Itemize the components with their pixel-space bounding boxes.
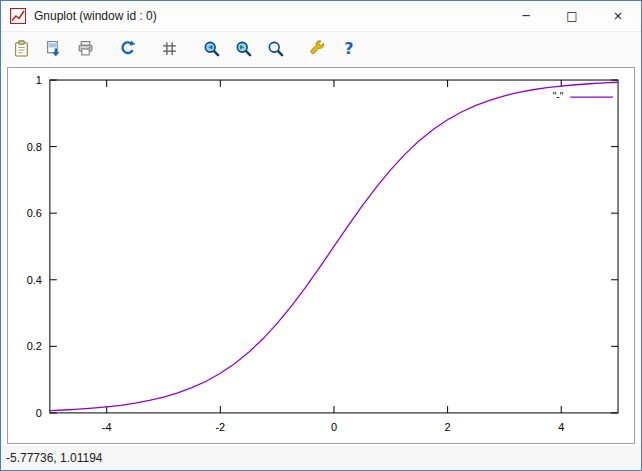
x-tick-label: -4 bbox=[102, 421, 112, 433]
zoom-next-button[interactable] bbox=[230, 36, 256, 62]
copy-to-clipboard-button[interactable] bbox=[8, 36, 34, 62]
legend-label: "-" bbox=[553, 91, 564, 102]
export-image-button[interactable] bbox=[40, 36, 66, 62]
help-button[interactable]: ? bbox=[336, 36, 362, 62]
magnifier-icon bbox=[267, 40, 284, 57]
window-title: Gnuplot (window id : 0) bbox=[34, 9, 503, 23]
print-button[interactable] bbox=[72, 36, 98, 62]
plot-panel: -4-202400.20.40.60.81"-" bbox=[7, 67, 635, 444]
autoscale-button[interactable] bbox=[262, 36, 288, 62]
y-tick-label: 0.8 bbox=[27, 141, 42, 153]
grid-icon bbox=[161, 40, 178, 57]
x-tick-label: -2 bbox=[215, 421, 225, 433]
replot-button[interactable] bbox=[114, 36, 140, 62]
close-button[interactable]: × bbox=[595, 1, 641, 31]
x-tick-label: 4 bbox=[558, 421, 564, 433]
maximize-button[interactable]: □ bbox=[549, 1, 595, 31]
gnuplot-window: Gnuplot (window id : 0) ─ □ × bbox=[0, 0, 642, 471]
printer-icon bbox=[77, 40, 94, 57]
minimize-button[interactable]: ─ bbox=[503, 1, 549, 31]
clipboard-icon bbox=[13, 40, 30, 57]
y-tick-label: 0.2 bbox=[27, 340, 42, 352]
save-image-icon bbox=[45, 40, 62, 57]
configure-button[interactable] bbox=[304, 36, 330, 62]
y-tick-label: 0.4 bbox=[27, 274, 42, 286]
toolbar: ? bbox=[1, 31, 641, 65]
zoom-previous-button[interactable] bbox=[198, 36, 224, 62]
title-bar: Gnuplot (window id : 0) ─ □ × bbox=[1, 1, 641, 31]
gnuplot-logo-icon bbox=[10, 8, 26, 24]
mouse-coordinates: -5.77736, 1.01194 bbox=[6, 451, 103, 465]
sigmoid-curve bbox=[50, 82, 618, 410]
x-tick-label: 0 bbox=[331, 421, 337, 433]
question-mark-icon: ? bbox=[344, 39, 353, 58]
x-tick-label: 2 bbox=[445, 421, 451, 433]
y-tick-label: 1 bbox=[36, 74, 42, 86]
y-tick-label: 0 bbox=[36, 407, 42, 419]
magnifier-back-icon bbox=[203, 40, 220, 57]
magnifier-forward-icon bbox=[235, 40, 252, 57]
y-tick-label: 0.6 bbox=[27, 207, 42, 219]
refresh-icon bbox=[119, 40, 136, 57]
wrench-icon bbox=[309, 40, 326, 57]
toggle-grid-button[interactable] bbox=[156, 36, 182, 62]
status-bar: -5.77736, 1.01194 bbox=[1, 446, 641, 470]
plot-canvas[interactable]: -4-202400.20.40.60.81"-" bbox=[8, 68, 634, 443]
